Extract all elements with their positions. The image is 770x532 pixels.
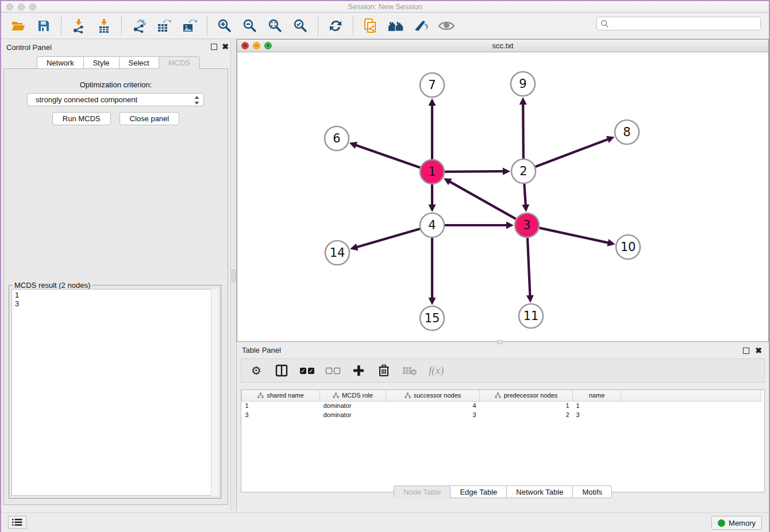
splitter-handle[interactable]	[232, 269, 236, 282]
edge-1-6[interactable]	[355, 145, 420, 168]
table-cell[interactable]: dominator	[320, 401, 386, 410]
table-close-panel-icon[interactable]: ✖	[755, 346, 762, 355]
application-window: Session: New Session	[1, 1, 769, 532]
memory-label: Memory	[729, 519, 756, 527]
table-cell[interactable]: 3	[386, 410, 480, 419]
sitemap-icon	[405, 392, 411, 399]
sitemap-icon	[333, 392, 339, 399]
close-panel-icon[interactable]: ✖	[222, 42, 229, 51]
edge-2-8[interactable]	[536, 139, 609, 167]
column-header-shared-name[interactable]: shared name	[242, 390, 320, 401]
close-panel-button[interactable]: Close panel	[120, 112, 180, 125]
search-input[interactable]	[596, 17, 761, 30]
graph-node-label: 14	[330, 246, 345, 260]
table-cell[interactable]: 1	[242, 401, 320, 410]
zoom-selected-icon[interactable]	[292, 17, 309, 34]
float-panel-icon[interactable]	[211, 44, 217, 50]
control-panel-header: Control Panel ✖	[1, 40, 236, 55]
task-history-button[interactable]	[8, 516, 26, 529]
table-cell[interactable]: 3	[573, 410, 621, 419]
table-row[interactable]: 1dominator411	[242, 401, 761, 410]
graph-svg: 7968124314101511	[237, 52, 768, 341]
open-session-icon[interactable]	[10, 17, 27, 34]
optimization-criterion-select[interactable]: strongly connected component	[27, 93, 204, 106]
delete-table-icon[interactable]	[402, 363, 417, 378]
mcds-result-text[interactable]: 1 3	[11, 289, 218, 496]
tab-node-table[interactable]: Node Table	[394, 485, 451, 498]
table-row[interactable]: 3dominator323	[242, 410, 761, 419]
column-header-name[interactable]: name	[573, 390, 621, 401]
export-table-icon[interactable]	[156, 17, 173, 34]
table-cell[interactable]: 3	[242, 410, 320, 419]
eye-icon[interactable]	[438, 17, 455, 34]
network-canvas[interactable]: 7968124314101511	[237, 52, 768, 341]
table-panel-title: Table Panel	[242, 346, 281, 354]
select-all-icon[interactable]: ✓✓	[300, 363, 314, 378]
result-scrollbar[interactable]	[211, 289, 218, 496]
split-columns-icon[interactable]	[275, 363, 288, 378]
zoom-fit-icon[interactable]	[267, 17, 284, 34]
network-window-titlebar: ✕ − + scc.txt	[237, 40, 768, 52]
zoom-out-icon[interactable]	[241, 17, 259, 34]
tab-style[interactable]: Style	[83, 56, 119, 69]
home-icon[interactable]	[387, 17, 405, 34]
graph-node-label: 3	[523, 218, 530, 232]
export-network-icon[interactable]	[130, 17, 148, 34]
table-cell-empty	[621, 401, 761, 410]
horizontal-splitter-handle[interactable]	[497, 340, 502, 344]
select-arrows-icon	[194, 96, 199, 105]
clone-network-icon[interactable]	[362, 17, 379, 34]
table-float-panel-icon[interactable]	[743, 348, 749, 354]
edge-2-9[interactable]	[523, 103, 523, 159]
gear-icon[interactable]: ⚙	[249, 363, 263, 378]
column-header-predecessor-nodes[interactable]: predecessor nodes	[480, 390, 573, 401]
edge-arrowhead	[506, 222, 514, 229]
table-cell[interactable]: dominator	[320, 410, 386, 419]
deselect-all-icon[interactable]	[326, 363, 340, 378]
graph-node-label: 10	[621, 240, 636, 254]
node-table[interactable]: shared nameMCDS rolesuccessor nodesprede…	[241, 390, 765, 492]
graph-node-label: 7	[428, 78, 436, 92]
edge-2-3[interactable]	[524, 184, 525, 206]
run-mcds-button[interactable]: Run MCDS	[52, 112, 111, 125]
network-title: scc.txt	[237, 41, 768, 50]
sitemap-icon	[257, 392, 264, 399]
import-table-icon[interactable]	[95, 17, 113, 34]
export-image-icon[interactable]	[181, 17, 198, 34]
edge-1-2[interactable]	[445, 171, 504, 172]
function-builder-icon[interactable]: f(x)	[429, 363, 444, 378]
hide-style-icon[interactable]	[413, 17, 430, 34]
memory-button[interactable]: Memory	[711, 516, 762, 530]
tab-edge-table[interactable]: Edge Table	[450, 485, 506, 498]
table-panel: Table Panel ✖ ⚙ ✓✓ f(x)	[237, 342, 769, 511]
panel-splitter[interactable]	[230, 40, 237, 511]
tab-select[interactable]: Select	[119, 56, 159, 69]
column-header-successor-nodes[interactable]: successor nodes	[386, 390, 480, 401]
edge-4-14[interactable]	[356, 229, 420, 247]
table-cell[interactable]: 2	[480, 410, 573, 419]
table-cell[interactable]: 1	[573, 401, 621, 410]
table-cell[interactable]: 4	[386, 401, 480, 410]
list-icon	[12, 518, 22, 526]
tab-network[interactable]: Network	[37, 56, 83, 69]
add-column-icon[interactable]	[352, 363, 365, 378]
control-panel-tabs: NetworkStyleSelectMCDS	[1, 56, 236, 69]
edge-3-10[interactable]	[540, 228, 609, 243]
table-toolbar: ⚙ ✓✓ f(x)	[241, 358, 765, 383]
save-session-icon[interactable]	[35, 17, 52, 34]
edge-arrowhead	[429, 98, 436, 106]
table-cell-empty	[621, 410, 761, 419]
refresh-icon[interactable]	[327, 17, 344, 34]
edge-3-11[interactable]	[528, 238, 530, 296]
import-network-icon[interactable]	[70, 17, 87, 34]
control-panel: Control Panel ✖ NetworkStyleSelectMCDS O…	[1, 40, 236, 511]
table-cell[interactable]: 1	[480, 401, 573, 410]
zoom-in-icon[interactable]	[216, 17, 233, 34]
column-header-MCDS-role[interactable]: MCDS role	[320, 390, 386, 401]
tab-mcds[interactable]: MCDS	[159, 56, 200, 69]
edge-arrowhead	[526, 295, 534, 303]
delete-icon[interactable]	[377, 363, 391, 378]
edge-3-1[interactable]	[449, 182, 516, 219]
tab-motifs[interactable]: Motifs	[572, 485, 612, 498]
tab-network-table[interactable]: Network Table	[506, 485, 572, 498]
